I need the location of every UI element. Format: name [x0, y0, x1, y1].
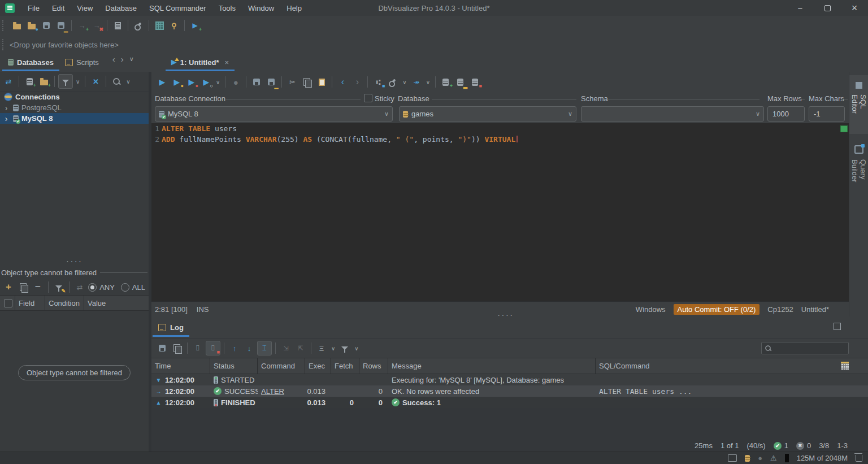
copy-log-button[interactable] [170, 341, 184, 355]
connection-wizard-button[interactable]: ⚲ [167, 19, 181, 32]
disconnect-button[interactable]: →✖ [90, 19, 103, 32]
scroll-top-button[interactable]: ↑ [228, 341, 241, 355]
apply-filter-button[interactable]: ⇄ [73, 280, 86, 294]
log-search-input[interactable] [761, 342, 849, 354]
scroll-bottom-button[interactable]: ↓ [242, 341, 256, 355]
warnings-status-icon[interactable]: ⚠ [770, 454, 777, 462]
menu-sql-commander[interactable]: SQL Commander [143, 4, 212, 12]
collapse-all-log-button[interactable]: ⇱ [294, 341, 307, 355]
log-col-command[interactable]: Command [258, 358, 305, 374]
menu-help[interactable]: Help [280, 4, 308, 12]
format-sql-button[interactable]: ⑆■ [371, 75, 385, 89]
save-button[interactable] [40, 19, 53, 32]
settings-dropdown-icon[interactable]: ∨ [402, 79, 406, 85]
column-chooser-icon[interactable] [841, 362, 849, 370]
sql-editor-area[interactable]: 1ALTER TABLE users2ADD fullNamePoints VA… [151, 123, 849, 301]
postgresql-expand-icon[interactable]: › [2, 105, 10, 111]
bookmark-script-button[interactable]: + [439, 75, 453, 89]
code-line[interactable]: 1ALTER TABLE users [151, 123, 849, 134]
save-as-button[interactable]: ▁ [54, 19, 68, 32]
code-line[interactable]: 2ADD fullNamePoints VARCHAR(255) AS (CON… [151, 134, 849, 145]
log-col-status[interactable]: Status [210, 358, 258, 374]
close-button[interactable]: × [841, 0, 868, 16]
restore-button[interactable] [814, 0, 841, 16]
log-col-rows[interactable]: Rows [359, 358, 388, 374]
execute-button[interactable]: ▶ [155, 75, 169, 89]
mysql8-expand-icon[interactable]: › [2, 115, 10, 122]
collapse-all-button[interactable]: ✕ [89, 75, 102, 88]
log-col-time[interactable]: Time [151, 358, 210, 374]
filter-dropdown-icon[interactable]: ∨ [76, 79, 80, 85]
locate-object-button[interactable] [110, 75, 123, 88]
menu-database[interactable]: Database [99, 4, 143, 12]
monitor-script-button[interactable]: ■ [468, 75, 482, 89]
clear-on-execute-button[interactable]: ⌷■ [206, 341, 220, 355]
tree-item-mysql8[interactable]: › ✔ MySQL 8 [0, 113, 149, 124]
copy-button[interactable] [300, 75, 314, 89]
filter-col-field[interactable]: Field [15, 296, 45, 310]
save-script-button[interactable]: ▂ [454, 75, 467, 89]
log-maximize-button[interactable] [834, 323, 841, 330]
log-filter-button[interactable] [338, 341, 351, 355]
filter-col-condition[interactable]: Condition [45, 296, 84, 310]
create-folder-button[interactable]: + [37, 75, 51, 88]
tree-item-postgresql[interactable]: › PostgreSQL [0, 102, 149, 113]
tree-root-connections[interactable]: Connections [0, 92, 149, 102]
log-col-message[interactable]: Message [388, 358, 596, 374]
expand-all-button[interactable]: ⇲ [279, 341, 293, 355]
refresh-objects-button[interactable]: ⇄ [2, 75, 15, 88]
encoding-indicator[interactable]: Cp1252 [767, 305, 793, 314]
log-col-exec[interactable]: Exec [305, 358, 331, 374]
autocommit-badge[interactable]: Auto Commit: OFF (0/2) [674, 304, 760, 315]
open-bookmark-button[interactable]: ● [25, 19, 38, 32]
editor-settings-button[interactable] [386, 75, 400, 89]
copy-filter-button[interactable] [16, 280, 30, 294]
filter-col-value[interactable]: Value [84, 296, 149, 310]
max-chars-input[interactable]: -1 [809, 106, 845, 122]
memory-indicator[interactable]: 125M of 2048M [797, 454, 848, 462]
continue-dropdown-icon[interactable]: ∨ [426, 79, 430, 85]
log-col-fetch[interactable]: Fetch [331, 358, 359, 374]
tab-nav-left-icon[interactable]: ‹ [112, 54, 115, 64]
line-ending-indicator[interactable]: Windows [636, 305, 666, 314]
filter-objects-button[interactable] [58, 74, 73, 89]
any-radio[interactable] [88, 283, 97, 292]
menu-edit[interactable]: Edit [46, 4, 71, 12]
activity-status-icon[interactable]: ● [758, 454, 762, 462]
edit-filter-button[interactable]: ✎ [52, 280, 66, 294]
stop-button[interactable]: ● [229, 75, 242, 89]
row-detail-icon[interactable]: → [155, 388, 162, 394]
tab-nav-right-icon[interactable]: › [121, 54, 124, 64]
menu-view[interactable]: View [71, 4, 99, 12]
locate-dropdown-icon[interactable]: ∨ [126, 79, 130, 85]
add-filter-button[interactable]: + [2, 280, 15, 294]
clear-log-button[interactable]: ⌷ [191, 341, 205, 355]
panel-splitter-handle[interactable]: ···· [0, 257, 149, 267]
redo-button[interactable]: › [350, 75, 364, 89]
row-collapse-icon[interactable]: ▲ [155, 400, 162, 406]
menu-window[interactable]: Window [242, 4, 280, 12]
log-col-sql[interactable]: SQL/Command [596, 358, 868, 374]
open-file-button[interactable] [10, 19, 24, 32]
connections-status-icon[interactable] [745, 455, 750, 462]
command-link[interactable]: ALTER [261, 387, 284, 396]
log-row-success[interactable]: →12:02:00 ✔SUCCESS ALTER 0.013 0 OK. No … [151, 385, 868, 397]
row-filter-dropdown-icon[interactable]: ∨ [331, 345, 335, 352]
menu-tools[interactable]: Tools [212, 4, 242, 12]
editor-save-button[interactable] [250, 75, 263, 89]
minimize-button[interactable]: − [787, 0, 814, 16]
continue-on-error-button[interactable]: ↠ [410, 75, 423, 89]
tab-databases[interactable]: Databases [2, 54, 59, 70]
monitor-status-icon[interactable] [728, 454, 737, 462]
execute-buffer-button[interactable]: ▶● [185, 75, 198, 89]
grid-window-button[interactable] [153, 19, 166, 32]
favorites-drag-handle[interactable] [2, 39, 6, 50]
tab-untitled[interactable]: ▶ 1: Untitled* × [166, 54, 235, 70]
new-sql-commander-button[interactable] [111, 19, 124, 32]
log-filter-dropdown-icon[interactable]: ∨ [354, 345, 358, 352]
execute-explain-button[interactable]: ▶○ [199, 75, 213, 89]
row-expanded-icon[interactable]: ▼ [155, 377, 162, 383]
export-log-button[interactable] [155, 341, 169, 355]
row-filter-button[interactable]: Ξ [315, 341, 328, 355]
database-combo[interactable]: games ∨ [399, 106, 576, 122]
